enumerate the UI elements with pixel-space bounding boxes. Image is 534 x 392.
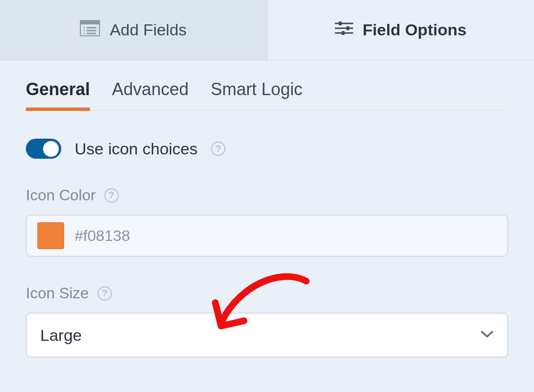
- use-icon-choices-toggle[interactable]: [26, 139, 61, 159]
- icon-color-input[interactable]: #f08138: [26, 215, 508, 257]
- icon-size-group: Icon Size ? Large: [26, 284, 508, 358]
- tab-add-fields-label: Add Fields: [110, 21, 187, 39]
- sub-tab-general-label: General: [26, 79, 90, 99]
- help-icon[interactable]: ?: [98, 286, 112, 301]
- tab-add-fields[interactable]: Add Fields: [0, 0, 267, 60]
- icon-size-value: Large: [40, 326, 82, 345]
- tab-field-options[interactable]: Field Options: [267, 0, 534, 60]
- color-swatch: [37, 222, 64, 249]
- field-options-panel: General Advanced Smart Logic Use icon ch…: [0, 60, 534, 358]
- sub-tab-smart-logic[interactable]: Smart Logic: [211, 79, 302, 110]
- sub-tab-bar: General Advanced Smart Logic: [26, 79, 508, 111]
- sub-tab-smart-logic-label: Smart Logic: [211, 79, 302, 99]
- top-tab-bar: Add Fields Field Options: [0, 0, 534, 60]
- sub-tab-advanced[interactable]: Advanced: [112, 79, 189, 110]
- help-icon[interactable]: ?: [211, 142, 225, 156]
- icon-color-label: Icon Color: [26, 186, 96, 204]
- svg-rect-13: [342, 31, 345, 35]
- sub-tab-general[interactable]: General: [26, 79, 90, 110]
- use-icon-choices-label: Use icon choices: [75, 140, 198, 158]
- icon-color-group: Icon Color ? #f08138: [26, 186, 508, 257]
- svg-rect-1: [80, 21, 100, 24]
- svg-rect-11: [346, 26, 349, 30]
- use-icon-choices-row: Use icon choices ?: [26, 139, 508, 159]
- sub-tab-advanced-label: Advanced: [112, 79, 189, 99]
- icon-color-value: #f08138: [75, 227, 130, 245]
- chevron-down-icon: [480, 330, 494, 340]
- help-icon[interactable]: ?: [104, 188, 119, 203]
- icon-size-select[interactable]: Large: [26, 313, 508, 358]
- svg-rect-9: [339, 22, 342, 25]
- icon-size-label: Icon Size: [26, 284, 89, 302]
- list-form-icon: [80, 20, 100, 40]
- tab-field-options-label: Field Options: [363, 21, 467, 39]
- sliders-icon: [335, 21, 353, 39]
